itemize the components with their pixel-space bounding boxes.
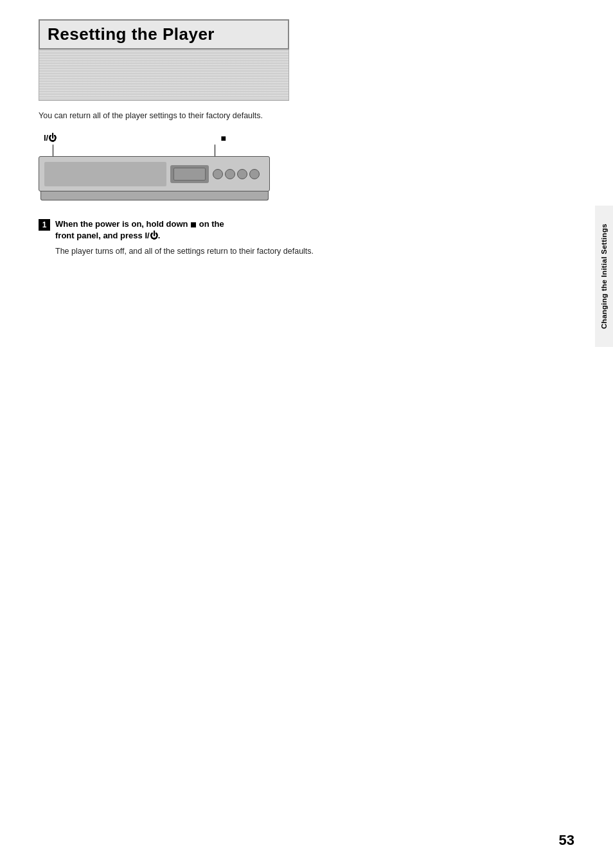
page-content: Resetting the Player You can return all … (0, 0, 559, 303)
page-number: 53 (559, 832, 574, 849)
stop-button-label: ■ (221, 133, 226, 143)
player-btn-3 (237, 169, 247, 179)
player-eject-button (173, 168, 206, 181)
power-button-label: I/⏻ (44, 133, 57, 143)
connector-area (39, 145, 270, 156)
player-right-controls (213, 169, 260, 179)
stop-icon-inline (191, 222, 196, 227)
player-center-control (170, 165, 209, 183)
player-labels: I/⏻ ■ (39, 133, 270, 143)
hatch-pattern (39, 49, 289, 101)
line-power (53, 145, 53, 156)
step-1-number: 1 (39, 219, 50, 231)
step-1-description: The player turns off, and all of the set… (55, 245, 520, 258)
player-bottom-rail (40, 191, 269, 200)
subtitle-text: You can return all of the player setting… (39, 111, 520, 120)
page-title: Resetting the Player (48, 24, 280, 44)
player-left-panel (44, 162, 166, 186)
step-1-block: 1 When the power is on, hold down on the… (39, 218, 520, 258)
sidebar-tab: Changing the Initial Settings (595, 206, 613, 347)
line-stop (215, 145, 215, 156)
player-btn-1 (213, 169, 223, 179)
step-1-header: 1 When the power is on, hold down on the… (39, 218, 520, 242)
player-diagram: I/⏻ ■ (39, 133, 270, 200)
step-1-instruction: When the power is on, hold down on the f… (55, 218, 224, 242)
player-body (39, 156, 270, 191)
title-box: Resetting the Player (39, 19, 289, 49)
sidebar-tab-label: Changing the Initial Settings (595, 206, 613, 347)
player-btn-4 (249, 169, 260, 179)
player-btn-2 (225, 169, 235, 179)
